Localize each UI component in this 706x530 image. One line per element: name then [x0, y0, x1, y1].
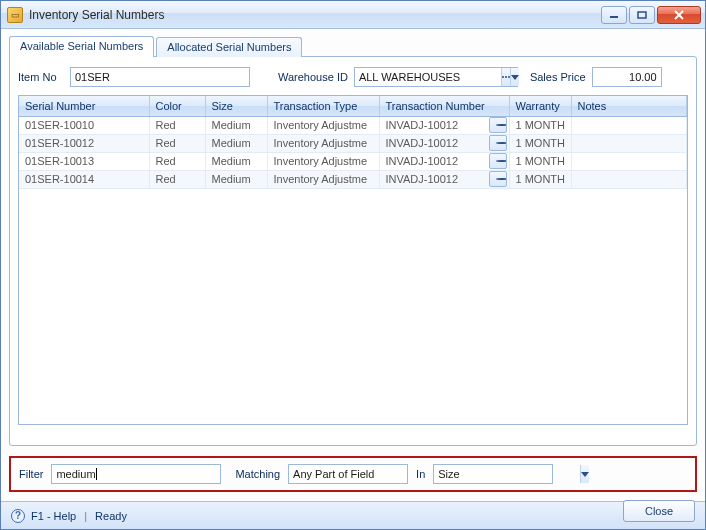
cell-txn-type: Inventory Adjustme — [267, 152, 379, 170]
cell-txn-type: Inventory Adjustme — [267, 134, 379, 152]
col-transaction-number[interactable]: Transaction Number — [379, 96, 509, 116]
warehouse-id-combo[interactable] — [354, 67, 518, 87]
filter-input[interactable]: medium — [51, 464, 221, 484]
cell-color: Red — [149, 170, 205, 188]
minimize-icon — [609, 11, 619, 19]
cell-warranty: 1 MONTH — [509, 116, 571, 134]
in-dropdown-button[interactable] — [580, 465, 589, 483]
txn-lookup-button[interactable] — [489, 153, 507, 169]
txn-lookup-button[interactable] — [489, 117, 507, 133]
cell-serial: 01SER-10010 — [19, 116, 149, 134]
item-no-label: Item No — [18, 71, 64, 83]
table-row[interactable]: 01SER-10013RedMediumInventory AdjustmeIN… — [19, 152, 687, 170]
tabstrip: Available Serial Numbers Allocated Seria… — [9, 35, 697, 57]
ellipsis-icon — [490, 124, 506, 126]
cell-size: Medium — [205, 170, 267, 188]
maximize-icon — [637, 11, 647, 19]
cell-notes — [571, 170, 687, 188]
chevron-down-icon — [511, 75, 519, 80]
tab-available-serial-numbers[interactable]: Available Serial Numbers — [9, 36, 154, 57]
minimize-button[interactable] — [601, 6, 627, 24]
filter-bar: Filter medium Matching In — [9, 456, 697, 492]
cell-txn-type: Inventory Adjustme — [267, 116, 379, 134]
filter-label: Filter — [19, 468, 43, 480]
col-color[interactable]: Color — [149, 96, 205, 116]
cell-size: Medium — [205, 116, 267, 134]
cell-serial: 01SER-10014 — [19, 170, 149, 188]
cell-size: Medium — [205, 134, 267, 152]
col-notes[interactable]: Notes — [571, 96, 687, 116]
table-row[interactable]: 01SER-10010RedMediumInventory AdjustmeIN… — [19, 116, 687, 134]
cell-warranty: 1 MONTH — [509, 152, 571, 170]
txn-lookup-button[interactable] — [489, 135, 507, 151]
matching-input[interactable] — [289, 465, 435, 483]
cell-serial: 01SER-10012 — [19, 134, 149, 152]
cell-color: Red — [149, 152, 205, 170]
table-row[interactable]: 01SER-10012RedMediumInventory AdjustmeIN… — [19, 134, 687, 152]
grid-header-row: Serial Number Color Size Transaction Typ… — [19, 96, 687, 116]
cell-txn-number: INVADJ-10012 — [379, 116, 509, 134]
cell-notes — [571, 134, 687, 152]
cell-color: Red — [149, 134, 205, 152]
filter-input-text: medium — [56, 468, 95, 480]
in-input[interactable] — [434, 465, 580, 483]
maximize-button[interactable] — [629, 6, 655, 24]
cell-size: Medium — [205, 152, 267, 170]
ellipsis-icon — [502, 76, 510, 78]
sales-price-label: Sales Price — [530, 71, 586, 83]
close-button[interactable]: Close — [623, 500, 695, 522]
cell-txn-number: INVADJ-10012 — [379, 152, 509, 170]
cell-serial: 01SER-10013 — [19, 152, 149, 170]
in-combo[interactable] — [433, 464, 553, 484]
field-row: Item No Warehouse ID Sales Price — [18, 67, 688, 87]
ellipsis-icon — [490, 142, 506, 144]
col-warranty[interactable]: Warranty — [509, 96, 571, 116]
close-icon — [673, 10, 685, 20]
content-area: Available Serial Numbers Allocated Seria… — [1, 29, 705, 501]
sales-price-field[interactable] — [592, 67, 662, 87]
app-icon: ▭ — [7, 7, 23, 23]
in-label: In — [416, 468, 425, 480]
tab-allocated-serial-numbers[interactable]: Allocated Serial Numbers — [156, 37, 302, 57]
cell-notes — [571, 152, 687, 170]
cell-warranty: 1 MONTH — [509, 134, 571, 152]
item-no-field[interactable] — [70, 67, 250, 87]
matching-label: Matching — [235, 468, 280, 480]
warehouse-dropdown-button[interactable] — [510, 68, 519, 86]
matching-combo[interactable] — [288, 464, 408, 484]
close-window-button[interactable] — [657, 6, 701, 24]
cell-txn-number: INVADJ-10012 — [379, 134, 509, 152]
cell-notes — [571, 116, 687, 134]
ellipsis-icon — [490, 160, 506, 162]
window-title: Inventory Serial Numbers — [29, 8, 164, 22]
warehouse-lookup-button[interactable] — [501, 68, 510, 86]
txn-lookup-button[interactable] — [489, 171, 507, 187]
col-transaction-type[interactable]: Transaction Type — [267, 96, 379, 116]
serial-grid: Serial Number Color Size Transaction Typ… — [18, 95, 688, 425]
ellipsis-icon — [490, 178, 506, 180]
table-row[interactable]: 01SER-10014RedMediumInventory AdjustmeIN… — [19, 170, 687, 188]
text-caret — [96, 468, 97, 480]
dialog-button-row: Close — [9, 492, 697, 522]
chevron-down-icon — [581, 472, 589, 477]
titlebar: ▭ Inventory Serial Numbers — [1, 1, 705, 29]
col-serial-number[interactable]: Serial Number — [19, 96, 149, 116]
cell-txn-type: Inventory Adjustme — [267, 170, 379, 188]
svg-rect-1 — [638, 12, 646, 18]
cell-txn-number: INVADJ-10012 — [379, 170, 509, 188]
cell-warranty: 1 MONTH — [509, 170, 571, 188]
warehouse-id-input[interactable] — [355, 68, 501, 86]
col-size[interactable]: Size — [205, 96, 267, 116]
warehouse-id-label: Warehouse ID — [278, 71, 348, 83]
cell-color: Red — [149, 116, 205, 134]
tab-panel: Item No Warehouse ID Sales Price Seria — [9, 56, 697, 446]
